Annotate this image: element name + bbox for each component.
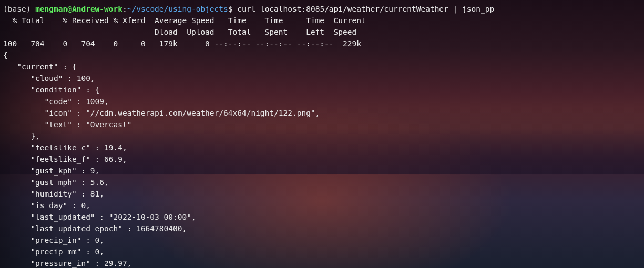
json-line: "code" : 1009,: [3, 96, 641, 107]
json-line: },: [3, 130, 641, 142]
conda-env-name: base: [8, 5, 26, 13]
json-line: {: [3, 49, 641, 61]
json-line: "condition" : {: [3, 84, 641, 96]
json-line: "feelslike_f" : 66.9,: [3, 153, 641, 165]
prompt-colon: :: [122, 5, 127, 13]
json-line: "text" : "Overcast": [3, 119, 641, 130]
json-line: "precip_mm" : 0,: [3, 246, 641, 257]
json-output: { "current" : { "cloud" : 100, "conditio…: [3, 49, 641, 268]
conda-env-open: (: [3, 5, 8, 13]
json-line: "last_updated" : "2022-10-03 00:00",: [3, 211, 641, 223]
user-host: mengman@Andrew-work: [35, 5, 122, 13]
json-line: "pressure_in" : 29.97,: [3, 257, 641, 268]
json-line: "icon" : "//cdn.weatherapi.com/weather/6…: [3, 107, 641, 119]
cwd-path: ~/vscode/using-objects: [127, 5, 228, 13]
prompt-sigil: $: [228, 5, 237, 13]
json-line: "feelslike_c" : 19.4,: [3, 142, 641, 153]
json-line: "gust_kph" : 9,: [3, 165, 641, 177]
json-line: "humidity" : 81,: [3, 188, 641, 200]
json-line: "gust_mph" : 5.6,: [3, 177, 641, 188]
conda-env-close: ): [26, 5, 35, 13]
prompt-line: (base) mengman@Andrew-work:~/vscode/usin…: [3, 3, 641, 15]
json-line: "last_updated_epoch" : 1664780400,: [3, 223, 641, 234]
curl-header-2: Dload Upload Total Spent Left Speed: [3, 26, 641, 38]
json-line: "precip_in" : 0,: [3, 234, 641, 246]
terminal-output[interactable]: (base) mengman@Andrew-work:~/vscode/usin…: [0, 0, 644, 268]
json-line: "is_day" : 0,: [3, 200, 641, 211]
json-line: "cloud" : 100,: [3, 73, 641, 84]
curl-header-1: % Total % Received % Xferd Average Speed…: [3, 15, 641, 26]
command-text: curl localhost:8085/api/weather/currentW…: [237, 5, 494, 13]
curl-progress-line: 100 704 0 704 0 0 179k 0 --:--:-- --:--:…: [3, 38, 641, 49]
json-line: "current" : {: [3, 61, 641, 73]
